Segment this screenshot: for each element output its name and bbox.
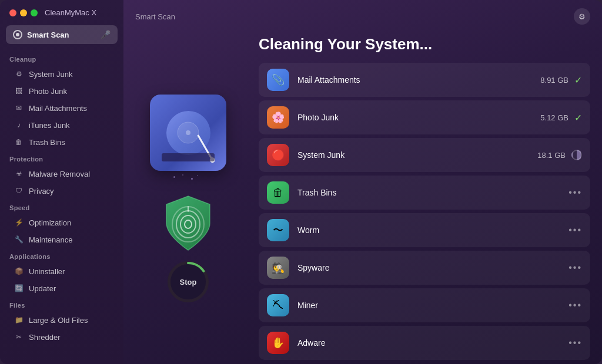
disk-platter <box>166 111 210 155</box>
scan-item-spyware: 🕵Spyware••• <box>259 251 590 285</box>
sidebar-item-mail-attachments[interactable]: ✉Mail Attachments <box>5 100 119 116</box>
sidebar-item-trash-bins[interactable]: 🗑Trash Bins <box>5 134 119 150</box>
sidebar-item-optimization[interactable]: ⚡Optimization <box>5 214 119 231</box>
malware-removal-icon: ☣ <box>14 169 24 178</box>
sidebar-item-system-junk[interactable]: ⚙System Junk <box>5 66 119 82</box>
sidebar-item-maintenance[interactable]: 🔧Maintenance <box>5 231 119 248</box>
content-area: Stop Cleaning Your System... 📎Mail Attac… <box>123 33 602 364</box>
stop-button[interactable]: Stop <box>168 261 209 302</box>
system-junk-icon: ⚙ <box>14 69 24 79</box>
privacy-icon: 🛡 <box>14 186 24 196</box>
itunes-junk-label: iTunes Junk <box>29 121 70 130</box>
trash-bins-item-name: Trash Bins <box>297 188 563 197</box>
mic-icon: 🎤 <box>101 30 111 39</box>
mail-attachments-item-icon: 📎 <box>267 69 289 91</box>
scan-item-miner: ⛏Miner••• <box>259 288 590 322</box>
spyware-item-icon: 🕵 <box>267 257 289 279</box>
disk-body <box>150 95 226 171</box>
large-old-files-label: Large & Old Files <box>29 316 88 325</box>
photo-junk-item-size: 5.12 GB <box>540 113 568 122</box>
adware-item-name: Adware <box>297 338 563 348</box>
photo-junk-label: Photo Junk <box>29 87 67 96</box>
trash-bins-item-icon: 🗑 <box>267 181 289 204</box>
checkmark-icon: ✓ <box>574 75 582 85</box>
maintenance-icon: 🔧 <box>14 235 24 244</box>
trash-bins-label: Trash Bins <box>29 138 65 147</box>
sidebar: CleanMyMac X Smart Scan 🎤 Cleanup⚙System… <box>0 0 123 364</box>
photo-junk-item-status: ✓ <box>574 112 582 123</box>
photo-junk-icon: 🖼 <box>14 86 24 96</box>
malware-removal-label: Malware Removal <box>29 170 90 178</box>
adware-item-status: ••• <box>568 338 582 348</box>
mail-attachments-item-size: 8.91 GB <box>540 76 568 85</box>
adware-item-icon: ✋ <box>267 332 289 354</box>
page-title: Cleaning Your System... <box>259 33 590 53</box>
maximize-button[interactable] <box>31 9 38 16</box>
traffic-lights <box>9 9 38 16</box>
svg-point-0 <box>16 33 19 36</box>
svg-point-2 <box>186 130 190 135</box>
sidebar-section-header-files: Files <box>0 297 123 311</box>
particles <box>165 173 212 185</box>
mail-attachments-item-status: ✓ <box>574 75 582 86</box>
mail-attachments-label: Mail Attachments <box>29 104 87 113</box>
system-junk-item-icon: 🔴 <box>267 144 289 166</box>
worm-item-name: Worm <box>297 225 563 235</box>
main-header-title: Smart Scan <box>135 12 175 21</box>
optimization-label: Optimization <box>29 218 71 227</box>
scan-item-mail-attachments: 📎Mail Attachments8.91 GB✓ <box>259 63 590 97</box>
mail-attachments-item-name: Mail Attachments <box>297 75 540 85</box>
app-window: CleanMyMac X Smart Scan 🎤 Cleanup⚙System… <box>0 0 602 364</box>
miner-item-status: ••• <box>568 300 582 311</box>
scan-icon <box>13 30 22 39</box>
sidebar-item-itunes-junk[interactable]: ♪iTunes Junk <box>5 117 119 133</box>
scan-item-trash-bins: 🗑Trash Bins••• <box>259 176 590 210</box>
sidebar-item-malware-removal[interactable]: ☣Malware Removal <box>5 166 119 182</box>
itunes-junk-icon: ♪ <box>14 120 24 130</box>
checkmark-icon: ✓ <box>574 113 582 123</box>
dots-icon: ••• <box>568 225 582 235</box>
maintenance-label: Maintenance <box>29 235 72 244</box>
animation-area: Stop <box>123 33 253 364</box>
shredder-label: Shredder <box>29 333 60 342</box>
settings-button[interactable]: ⚙︎ <box>574 8 590 25</box>
sidebar-section-header-cleanup: Cleanup <box>0 51 123 65</box>
stop-button-area: Stop <box>168 261 209 302</box>
spyware-item-status: ••• <box>568 262 582 273</box>
minimize-button[interactable] <box>20 9 27 16</box>
sidebar-section-header-speed: Speed <box>0 200 123 214</box>
main-content: Smart Scan ⚙︎ <box>123 0 602 364</box>
uninstaller-label: Uninstaller <box>29 267 65 276</box>
sidebar-item-shredder[interactable]: ✂Shredder <box>5 329 119 345</box>
scan-item-photo-junk: 🌸Photo Junk5.12 GB✓ <box>259 100 590 134</box>
worm-item-icon: 〜 <box>267 219 289 241</box>
sidebar-item-photo-junk[interactable]: 🖼Photo Junk <box>5 83 119 99</box>
sidebar-item-large-old-files[interactable]: 📁Large & Old Files <box>5 312 119 328</box>
miner-item-name: Miner <box>297 301 563 310</box>
scan-item-adware: ✋Adware••• <box>259 326 590 360</box>
worm-item-status: ••• <box>568 225 582 235</box>
sidebar-section-header-applications: Applications <box>0 248 123 262</box>
uninstaller-icon: 📦 <box>14 267 24 276</box>
dots-icon: ••• <box>568 262 582 272</box>
sidebar-item-privacy[interactable]: 🛡Privacy <box>5 183 119 199</box>
close-button[interactable] <box>9 9 16 16</box>
sidebar-item-uninstaller[interactable]: 📦Uninstaller <box>5 263 119 279</box>
disk-slot <box>162 153 215 161</box>
smart-scan-button[interactable]: Smart Scan 🎤 <box>6 25 118 44</box>
spyware-item-name: Spyware <box>297 263 563 272</box>
system-junk-item-status <box>571 150 582 160</box>
sidebar-section-header-protection: Protection <box>0 151 123 165</box>
trash-bins-item-status: ••• <box>568 187 582 198</box>
system-junk-item-size: 18.1 GB <box>537 151 566 160</box>
large-old-files-icon: 📁 <box>14 315 24 325</box>
optimization-icon: ⚡ <box>14 218 24 227</box>
sidebar-nav: Cleanup⚙System Junk🖼Photo Junk✉Mail Atta… <box>0 51 123 346</box>
miner-item-icon: ⛏ <box>267 294 289 316</box>
trash-bins-icon: 🗑 <box>14 137 24 147</box>
dots-icon: ••• <box>568 187 582 197</box>
shredder-icon: ✂ <box>14 332 24 342</box>
sidebar-item-updater[interactable]: 🔄Updater <box>5 280 119 296</box>
photo-junk-item-name: Photo Junk <box>297 113 540 122</box>
updater-label: Updater <box>29 284 56 293</box>
